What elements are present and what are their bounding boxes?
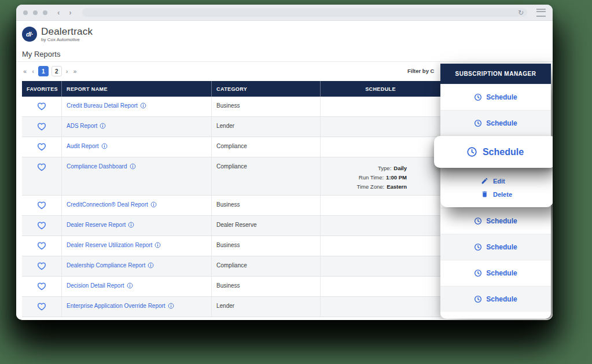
- column-header-schedule: SCHEDULE: [320, 81, 440, 97]
- info-icon[interactable]: [155, 242, 161, 248]
- info-icon[interactable]: [128, 222, 134, 228]
- report-name-text: Credit Bureau Detail Report: [67, 102, 138, 109]
- category-cell: Business: [211, 277, 320, 296]
- clock-icon: [474, 119, 482, 127]
- schedule-cell: [320, 256, 440, 276]
- category-cell: Lender: [211, 117, 320, 137]
- favorite-heart-icon[interactable]: [37, 302, 46, 312]
- pagination-page-1[interactable]: 1: [38, 66, 49, 76]
- schedule-button-row[interactable]: Schedule: [440, 234, 551, 260]
- report-name-link[interactable]: CreditConnection® Deal Report: [67, 201, 157, 208]
- clock-icon: [474, 295, 482, 303]
- browser-chrome: ‹ › ↻: [16, 5, 553, 21]
- menu-icon[interactable]: [536, 9, 546, 17]
- favorite-heart-icon[interactable]: [37, 163, 46, 190]
- schedule-button-row[interactable]: Schedule: [440, 260, 551, 286]
- schedule-type: Type:Daily: [325, 164, 436, 172]
- info-icon[interactable]: [130, 163, 136, 170]
- window-control-close[interactable]: [23, 10, 28, 15]
- report-name-link[interactable]: Compliance Dashboard: [67, 163, 136, 170]
- schedule-cell: [320, 196, 440, 215]
- category-cell: Business: [211, 97, 320, 116]
- info-icon[interactable]: [148, 262, 154, 269]
- clock-icon: [466, 146, 477, 157]
- report-name-link[interactable]: Dealership Compliance Report: [67, 262, 154, 269]
- address-bar[interactable]: ↻: [82, 8, 527, 17]
- report-name-text: Enterprise Application Override Report: [67, 303, 166, 309]
- brand-name: Dealertrack: [41, 27, 93, 36]
- report-name-link[interactable]: Decision Detail Report: [67, 282, 133, 289]
- header-divider: [16, 61, 553, 62]
- report-name-link[interactable]: Dealer Reserve Report: [67, 222, 134, 228]
- schedule-button-row[interactable]: Schedule: [440, 110, 551, 136]
- forward-icon[interactable]: ›: [69, 9, 71, 16]
- favorite-heart-icon[interactable]: [37, 221, 46, 231]
- column-header-favorites: FAVORITES: [22, 86, 61, 92]
- window-control-minimize[interactable]: [33, 10, 38, 15]
- schedule-button-row[interactable]: Schedule: [440, 84, 551, 110]
- schedule-button-popped[interactable]: Schedule: [434, 136, 553, 168]
- edit-button[interactable]: Edit: [481, 177, 553, 185]
- clock-icon: [474, 243, 482, 251]
- report-name-text: Decision Detail Report: [67, 282, 124, 289]
- info-icon[interactable]: [127, 282, 133, 289]
- brand-header: dl· Dealertrack by Cox Automotive: [22, 27, 93, 42]
- favorite-heart-icon[interactable]: [37, 282, 46, 292]
- favorite-heart-icon[interactable]: [37, 102, 46, 112]
- schedule-run-time: Run Time:1:00 PM: [325, 174, 436, 181]
- report-name-link[interactable]: Dealer Reserve Utilization Report: [67, 242, 161, 248]
- schedule-cell: [320, 216, 440, 236]
- favorite-heart-icon[interactable]: [37, 262, 46, 271]
- info-icon[interactable]: [101, 143, 108, 149]
- table-row: CreditConnection® Deal Report Business: [22, 196, 440, 216]
- category-cell: Business: [211, 196, 320, 215]
- table-header: FAVORITES REPORT NAME CATEGORY SCHEDULE: [22, 81, 440, 97]
- schedule-cell: Type:DailyRun Time:1:00 PMTime Zone:East…: [320, 157, 440, 195]
- back-icon[interactable]: ‹: [57, 9, 60, 16]
- info-icon[interactable]: [150, 201, 157, 208]
- favorite-heart-icon[interactable]: [37, 142, 46, 152]
- schedule-label: Schedule: [486, 217, 517, 225]
- page-content: dl· Dealertrack by Cox Automotive My Rep…: [16, 21, 553, 319]
- table-row: Dealer Reserve Report Dealer Reserve: [22, 216, 440, 236]
- trash-icon: [481, 190, 488, 198]
- column-header-category: CATEGORY: [211, 81, 320, 97]
- pencil-icon: [481, 177, 488, 185]
- pagination-next-button[interactable]: ›: [65, 68, 69, 75]
- info-icon[interactable]: [168, 303, 174, 309]
- pagination-first-button[interactable]: «: [22, 68, 28, 75]
- report-name-link[interactable]: Enterprise Application Override Report: [67, 303, 174, 309]
- schedule-cell: [320, 97, 440, 116]
- report-name-link[interactable]: Credit Bureau Detail Report: [67, 102, 146, 109]
- report-name-text: CreditConnection® Deal Report: [67, 201, 148, 208]
- report-name-link[interactable]: Audit Report: [67, 143, 108, 149]
- table-row: Enterprise Application Override Report L…: [22, 297, 440, 317]
- table-row: Dealership Compliance Report Compliance: [22, 256, 440, 277]
- schedule-cell: [320, 236, 440, 256]
- schedule-button-row[interactable]: Schedule: [440, 286, 551, 312]
- pagination-page-2[interactable]: 2: [52, 66, 62, 76]
- info-icon[interactable]: [140, 102, 146, 109]
- schedule-label: Schedule: [486, 269, 517, 277]
- edit-label: Edit: [493, 178, 505, 185]
- schedule-label: Schedule: [486, 93, 517, 101]
- delete-label: Delete: [493, 191, 512, 198]
- favorite-heart-icon[interactable]: [37, 241, 46, 251]
- table-row: ADS Report Lender: [22, 117, 440, 137]
- clock-icon: [474, 269, 482, 277]
- reports-table: FAVORITES REPORT NAME CATEGORY SCHEDULE …: [22, 81, 440, 317]
- delete-button[interactable]: Delete: [481, 190, 553, 198]
- clock-icon: [474, 93, 482, 101]
- info-icon[interactable]: [100, 123, 106, 129]
- schedule-button-row[interactable]: Schedule: [440, 208, 551, 234]
- report-name-text: Compliance Dashboard: [67, 163, 127, 170]
- report-name-text: Dealer Reserve Report: [67, 222, 126, 228]
- refresh-icon[interactable]: ↻: [518, 8, 524, 17]
- favorite-heart-icon[interactable]: [37, 201, 46, 211]
- pagination-prev-button[interactable]: ‹: [31, 68, 35, 75]
- window-control-maximize[interactable]: [43, 10, 47, 15]
- pagination-last-button[interactable]: »: [72, 68, 78, 75]
- favorite-heart-icon[interactable]: [37, 122, 46, 132]
- table-body: Credit Bureau Detail Report Business: [22, 97, 440, 317]
- report-name-link[interactable]: ADS Report: [67, 123, 106, 129]
